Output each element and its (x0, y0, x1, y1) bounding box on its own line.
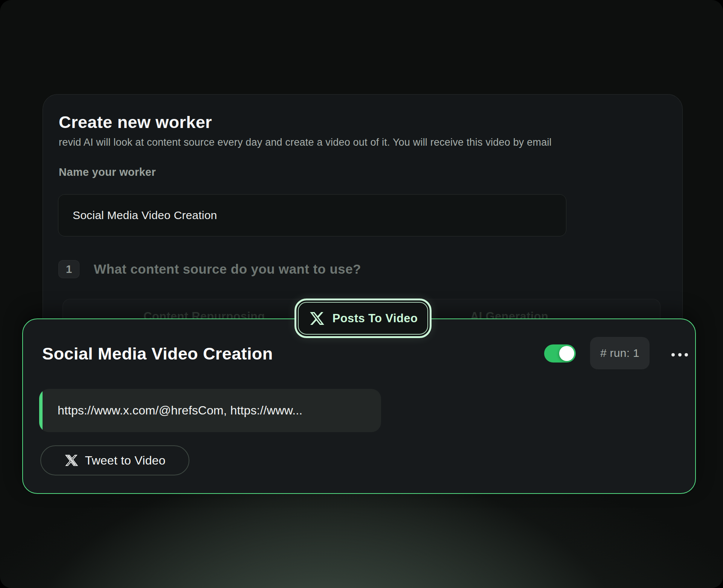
ellipsis-icon (685, 353, 688, 356)
worker-card-title: Social Media Video Creation (42, 344, 273, 364)
worker-name-label: Name your worker (59, 166, 156, 178)
panel-subtitle: revid AI will look at content source eve… (59, 137, 646, 148)
toggle-knob (559, 346, 574, 361)
posts-to-video-label: Posts To Video (333, 312, 418, 325)
tweet-to-video-label: Tweet to Video (85, 454, 166, 468)
source-url-input[interactable]: https://www.x.com/@hrefsCom, https://www… (39, 389, 381, 432)
tweet-to-video-button[interactable]: Tweet to Video (40, 445, 189, 475)
more-options-button[interactable] (671, 352, 688, 358)
worker-name-value: Social Media Video Creation (73, 209, 217, 222)
page-title: Create new worker (59, 113, 212, 132)
worker-name-input[interactable]: Social Media Video Creation (58, 194, 566, 236)
run-count-badge: # run: 1 (590, 337, 650, 369)
step-question: What content source do you want to use? (94, 260, 361, 278)
app-background: Create new worker revid AI will look at … (0, 0, 723, 588)
worker-enabled-toggle[interactable] (544, 344, 576, 363)
ellipsis-icon (678, 353, 682, 356)
worker-card: Social Media Video Creation # run: 1 htt… (22, 318, 696, 494)
x-logo-outline-icon (64, 454, 79, 467)
source-url-value: https://www.x.com/@hrefsCom, https://www… (58, 404, 302, 417)
tab-posts-to-video[interactable]: Posts To Video (294, 299, 432, 338)
ellipsis-icon (671, 353, 675, 356)
posts-to-video-pill-inner: Posts To Video (298, 302, 428, 335)
x-logo-icon (308, 311, 326, 326)
step-number-badge: 1 (58, 260, 79, 278)
